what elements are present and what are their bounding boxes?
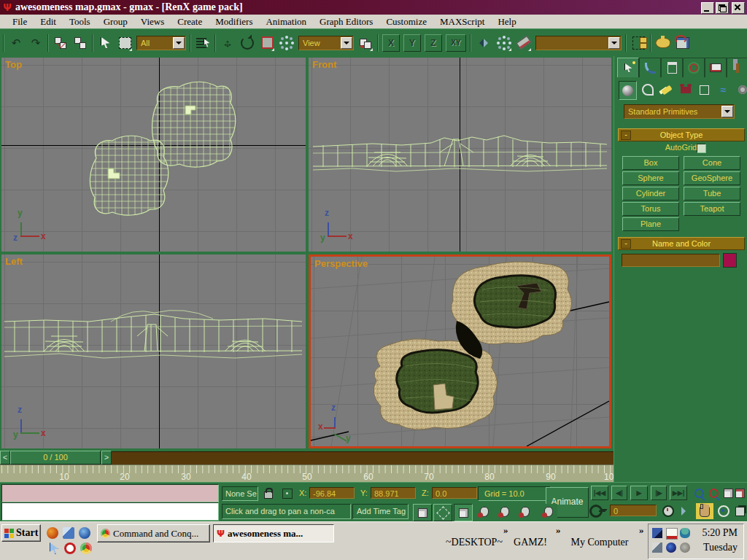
add-time-tag[interactable]: Add Time Tag xyxy=(352,504,409,519)
snap-toggle-button[interactable] xyxy=(413,504,432,521)
cone-button[interactable]: Cone xyxy=(684,156,740,170)
box-button[interactable]: Box xyxy=(622,156,679,170)
menu-file[interactable]: File xyxy=(6,15,34,28)
selection-lock-button[interactable] xyxy=(261,486,276,501)
snap-override-button-3[interactable] xyxy=(516,504,534,520)
start-button[interactable]: Start xyxy=(1,524,41,542)
minimize-button[interactable] xyxy=(701,2,714,14)
align-button[interactable] xyxy=(630,34,646,52)
dropdown-arrow-icon[interactable] xyxy=(173,37,185,49)
desktop-toolbar-label[interactable]: ~DESKTOP~ xyxy=(446,537,503,548)
play-selected-button[interactable] xyxy=(678,504,693,518)
opera-icon[interactable] xyxy=(64,542,76,554)
restore-button[interactable] xyxy=(716,2,729,14)
volume-tray-icon[interactable] xyxy=(680,542,690,553)
object-type-rollout[interactable]: - Object Type xyxy=(618,128,745,141)
use-center-button[interactable] xyxy=(357,34,374,52)
restrict-z-button[interactable]: Z xyxy=(425,34,442,52)
object-name-input[interactable] xyxy=(622,254,720,267)
zoom-extents-all-button[interactable] xyxy=(732,486,747,500)
menu-views[interactable]: Views xyxy=(134,15,171,28)
z-coordinate-field[interactable]: 0.0 xyxy=(432,487,477,499)
snap-dots-button[interactable] xyxy=(279,34,295,52)
object-color-swatch[interactable] xyxy=(723,253,737,268)
taskbar-window-gmax[interactable]: Ψ awesomeness ma... xyxy=(213,524,334,542)
selection-filter-dropdown[interactable]: All xyxy=(136,36,186,50)
close-button[interactable] xyxy=(732,2,745,14)
undo-button[interactable]: ↶ xyxy=(8,34,24,52)
collapse-icon[interactable]: - xyxy=(621,131,631,140)
go-to-start-button[interactable]: |◀◀ xyxy=(591,486,608,500)
next-frame-button[interactable]: |▶ xyxy=(651,486,667,500)
menu-graph-editors[interactable]: Graph Editors xyxy=(313,15,379,28)
menu-create[interactable]: Create xyxy=(171,15,209,28)
tab-motion[interactable] xyxy=(683,58,705,77)
my-computer-toolbar-chevron[interactable]: » xyxy=(639,524,644,536)
current-frame-field[interactable]: 0 xyxy=(610,505,657,516)
menu-modifiers[interactable]: Modifiers xyxy=(209,15,259,28)
tab-display[interactable] xyxy=(705,58,727,77)
render-teapot-button[interactable] xyxy=(655,34,671,52)
absolute-mode-button[interactable] xyxy=(280,486,295,501)
previous-frame-button[interactable]: ◀| xyxy=(611,486,627,500)
tab-create[interactable] xyxy=(617,58,639,77)
named-selection-sets-dropdown[interactable] xyxy=(535,36,622,50)
maxscript-listener-white[interactable] xyxy=(1,502,219,521)
track-bar[interactable] xyxy=(112,451,614,464)
menu-maxscript[interactable]: MAXScript xyxy=(433,15,491,28)
select-by-name-button[interactable] xyxy=(195,34,211,52)
percent-snap-button[interactable] xyxy=(454,504,473,521)
network-tray-icon[interactable] xyxy=(666,542,676,553)
category-helpers[interactable] xyxy=(696,81,713,98)
desktop-toolbar-chevron[interactable]: » xyxy=(503,524,508,536)
mirror-button[interactable] xyxy=(475,34,492,52)
category-shapes[interactable] xyxy=(639,81,656,98)
category-systems[interactable] xyxy=(734,81,747,98)
restrict-y-button[interactable]: Y xyxy=(403,34,421,52)
menu-group[interactable]: Group xyxy=(97,15,134,28)
scheduler-tray-icon[interactable] xyxy=(666,528,678,540)
restrict-x-button[interactable]: X xyxy=(382,34,400,52)
my-computer-toolbar-label[interactable]: My Computer xyxy=(571,537,629,548)
chrome-icon[interactable] xyxy=(80,542,92,554)
messenger-tray-icon[interactable] xyxy=(680,528,690,538)
sphere-button[interactable]: Sphere xyxy=(622,171,679,185)
teapot-button[interactable]: Teapot xyxy=(684,202,740,216)
y-coordinate-field[interactable]: 88.971 xyxy=(371,487,416,499)
viewport-perspective[interactable]: Perspective xyxy=(309,254,611,448)
go-to-end-button[interactable]: ▶▶| xyxy=(670,486,687,500)
angle-snap-button[interactable] xyxy=(433,504,452,521)
category-space-warps[interactable]: ≈ xyxy=(715,81,732,98)
media-player-icon[interactable] xyxy=(79,527,90,539)
viewport-left[interactable]: Left z y x xyxy=(1,254,306,448)
arc-rotate-button[interactable] xyxy=(716,504,731,518)
geosphere-button[interactable]: GeoSphere xyxy=(684,171,740,185)
previous-frame-arrow[interactable]: < xyxy=(0,451,10,464)
volume-monitor-tray-icon[interactable] xyxy=(652,528,662,538)
zoom-region-button[interactable] xyxy=(706,486,721,500)
render-scene-button[interactable] xyxy=(675,34,691,52)
snap-override-button-1[interactable] xyxy=(476,504,493,520)
select-and-rotate-button[interactable] xyxy=(239,34,255,52)
primitive-category-dropdown[interactable]: Standard Primitives xyxy=(624,104,735,119)
pan-button[interactable] xyxy=(696,503,713,519)
unlink-selection-button[interactable] xyxy=(72,34,88,52)
select-object-button[interactable] xyxy=(97,34,113,52)
timeline-ruler[interactable]: 10 20 30 40 50 60 70 80 90 100 xyxy=(0,464,614,483)
x-coordinate-field[interactable]: -96.84 xyxy=(309,487,355,499)
align-tool-button[interactable] xyxy=(516,34,532,52)
category-lights[interactable] xyxy=(658,81,675,98)
dropdown-arrow-icon[interactable] xyxy=(341,37,352,49)
select-region-button[interactable] xyxy=(117,34,133,52)
tab-hierarchy[interactable] xyxy=(661,58,683,77)
redo-button[interactable]: ↷ xyxy=(28,34,44,52)
menu-edit[interactable]: Edit xyxy=(34,15,63,28)
select-and-scale-button[interactable] xyxy=(259,34,275,52)
time-configuration-button[interactable] xyxy=(661,504,676,518)
title-bar[interactable]: Ψ awesomeness map.gmax - gmax - [RenX ga… xyxy=(0,0,747,15)
explorer-icon[interactable] xyxy=(63,527,74,539)
dropdown-arrow-icon[interactable] xyxy=(608,37,620,49)
tube-button[interactable]: Tube xyxy=(684,187,740,201)
select-and-move-button[interactable]: ↔↕ xyxy=(220,34,236,52)
time-slider[interactable]: 0 / 100 xyxy=(10,451,101,464)
